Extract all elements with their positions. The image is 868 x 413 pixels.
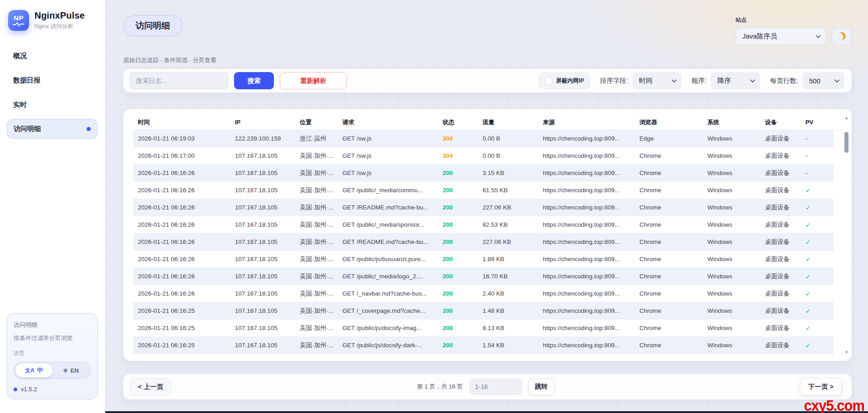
- cell-request: GET /public/js/busuanzi.pure...: [338, 256, 438, 262]
- cell-traffic: 61.55 KB: [478, 187, 538, 194]
- translate-icon: 文A: [25, 367, 34, 374]
- search-button[interactable]: 搜索: [234, 72, 274, 89]
- cell-request: GET /README.md?cache-bu...: [338, 238, 438, 245]
- order-select[interactable]: 降序: [711, 72, 760, 89]
- cell-request: GET /public/_media/sponsor...: [338, 221, 438, 228]
- cell-ip: 107.167.18.105: [230, 152, 295, 159]
- cell-pv: ✓: [801, 307, 834, 315]
- checkbox-icon[interactable]: [545, 77, 552, 85]
- globe-icon: ⊕: [63, 367, 68, 374]
- table-row[interactable]: 2026-01-21 06:16:25107.167.18.105美国·加州·.…: [133, 302, 834, 320]
- sidebar-item-overview[interactable]: 概况: [0, 45, 105, 66]
- cell-os: Windows: [703, 273, 761, 280]
- search-input[interactable]: [130, 72, 229, 89]
- order-label: 顺序:: [692, 77, 707, 85]
- cell-location: 美国·加州·...: [295, 169, 338, 177]
- table-row[interactable]: 2026-01-21 06:16:26107.167.18.105美国·加州·.…: [133, 285, 834, 302]
- scrollbar-track[interactable]: [844, 120, 848, 350]
- table-row[interactable]: 2026-01-21 06:16:26107.167.18.105美国·加州·.…: [133, 182, 834, 199]
- language-option-zh[interactable]: 文A 中: [15, 364, 53, 377]
- cell-device: 桌面设备: [761, 204, 801, 212]
- cell-os: Windows: [703, 170, 761, 176]
- reparse-button[interactable]: 重新解析: [280, 72, 347, 89]
- table-row[interactable]: 2026-01-21 06:16:26107.167.18.105美国·加州·.…: [133, 251, 834, 268]
- cell-os: Windows: [703, 256, 761, 262]
- language-option-en[interactable]: ⊕ EN: [53, 364, 90, 377]
- cell-request: GET /sw.js: [338, 152, 438, 159]
- table-row[interactable]: 2026-01-21 06:19:03122.239.100.159浙江·温州G…: [133, 130, 834, 147]
- cell-os: Windows: [703, 290, 761, 297]
- column-header-location: 位置: [295, 118, 338, 126]
- table-row[interactable]: 2026-01-21 06:17:00107.167.18.105美国·加州·.…: [133, 147, 834, 165]
- vertical-scrollbar[interactable]: ▲ ▼: [844, 116, 849, 355]
- pagination-center: 第 1 页，共 16 页 跳转: [171, 379, 800, 395]
- block-internal-ip-toggle[interactable]: 屏蔽内网IP: [539, 73, 590, 89]
- column-header-browser: 浏览器: [635, 118, 703, 126]
- cell-pv: ✓: [801, 187, 834, 194]
- sidebar-item-access-detail[interactable]: 访问明细: [7, 119, 98, 139]
- sidebar-item-daily-report[interactable]: 数据日报: [0, 70, 105, 91]
- cell-time: 2026-01-21 06:16:26: [133, 221, 230, 228]
- table-row[interactable]: 2026-01-21 06:16:26107.167.18.105美国·加州·.…: [133, 233, 834, 251]
- info-card-subtitle: 按条件过滤并分页浏览: [14, 334, 91, 342]
- pulse-wave-icon: [13, 22, 24, 26]
- scroll-down-icon[interactable]: ▼: [844, 350, 848, 355]
- sidebar-info-card: 访问明细 按条件过滤并分页浏览 语言 文A 中 ⊕ EN v1.5.2: [7, 313, 98, 399]
- cell-pv: ✓: [801, 342, 834, 349]
- jump-button[interactable]: 跳转: [528, 379, 555, 395]
- cell-os: Windows: [703, 307, 761, 314]
- site-select[interactable]: Java陈序员: [736, 28, 826, 45]
- version-row: v1.5.2: [14, 386, 91, 393]
- cell-time: 2026-01-21 06:16:25: [133, 342, 230, 349]
- cell-location: 美国·加州·...: [295, 324, 338, 332]
- cell-referrer: https://chencoding.top:809...: [538, 170, 635, 176]
- column-header-ip: IP: [230, 119, 295, 126]
- table-row[interactable]: 2026-01-21 06:16:25107.167.18.105美国·加州·.…: [133, 320, 834, 337]
- cell-device: 桌面设备: [761, 324, 801, 332]
- cell-pv: ✓: [801, 290, 834, 297]
- cell-os: Windows: [703, 221, 761, 228]
- sidebar-item-label: 数据日报: [13, 76, 40, 85]
- cell-browser: Chrome: [635, 325, 703, 331]
- cell-os: Windows: [703, 152, 761, 159]
- scrollbar-thumb[interactable]: [844, 132, 848, 153]
- cell-referrer: https://chencoding.top:809...: [538, 256, 635, 262]
- cell-ip: 122.239.100.159: [230, 135, 295, 142]
- sort-field-select[interactable]: 时间: [633, 72, 682, 89]
- cell-browser: Chrome: [635, 290, 703, 297]
- cell-time: 2026-01-21 06:16:26: [133, 290, 230, 297]
- theme-toggle-button[interactable]: [832, 28, 852, 45]
- cell-location: 美国·加州·...: [295, 186, 338, 194]
- scroll-up-icon[interactable]: ▲: [844, 116, 848, 120]
- active-indicator-dot: [87, 127, 91, 131]
- cell-request: GET /sw.js: [338, 135, 438, 142]
- cell-os: Windows: [703, 187, 761, 194]
- table-row[interactable]: 2026-01-21 06:16:26107.167.18.105美国·加州·.…: [133, 216, 834, 233]
- cell-time: 2026-01-21 06:16:26: [133, 170, 230, 176]
- block-internal-ip-label: 屏蔽内网IP: [556, 77, 584, 85]
- cell-request: GET /public/js/docsify-dark-...: [338, 342, 438, 349]
- moon-icon: [837, 31, 847, 41]
- page-size-select[interactable]: 500: [803, 72, 844, 89]
- cell-location: 美国·加州·...: [295, 238, 338, 246]
- jump-page-input[interactable]: [469, 379, 522, 395]
- next-page-button[interactable]: 下一页 >: [800, 378, 842, 395]
- cell-browser: Edge: [635, 135, 703, 142]
- table-row[interactable]: 2026-01-21 06:16:26107.167.18.105美国·加州·.…: [133, 268, 834, 285]
- sidebar-item-realtime[interactable]: 实时: [0, 94, 105, 115]
- column-header-pv: PV: [801, 119, 834, 126]
- cell-ip: 107.167.18.105: [230, 221, 295, 228]
- cell-referrer: https://chencoding.top:809...: [538, 290, 635, 297]
- column-header-time: 时间: [133, 118, 230, 126]
- cell-request: GET /public/js/docsify-imag...: [338, 325, 438, 331]
- sort-field-label: 排序字段:: [600, 77, 628, 85]
- table-header: 时间IP位置请求状态流量来源浏览器系统设备PV: [133, 115, 842, 130]
- table-row[interactable]: 2026-01-21 06:16:25107.167.18.105美国·加州·.…: [133, 337, 834, 354]
- cell-browser: Chrome: [635, 204, 703, 211]
- cell-referrer: https://chencoding.top:809...: [538, 135, 635, 142]
- table-row[interactable]: 2026-01-21 06:16:26107.167.18.105美国·加州·.…: [133, 165, 834, 182]
- prev-page-button[interactable]: < 上一页: [130, 378, 171, 395]
- site-selector-block: 站点 Java陈序员: [736, 16, 852, 45]
- cell-location: 美国·加州·...: [295, 204, 338, 212]
- table-row[interactable]: 2026-01-21 06:16:26107.167.18.105美国·加州·.…: [133, 199, 834, 216]
